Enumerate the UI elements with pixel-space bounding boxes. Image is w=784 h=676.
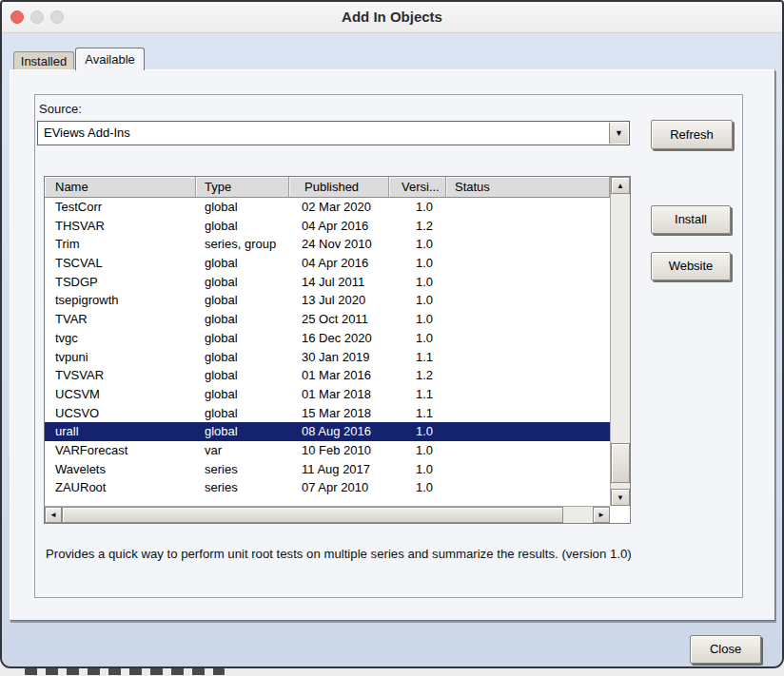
cell-published: 02 Mar 2020 [289,198,389,217]
scroll-up-icon[interactable]: ▲ [611,177,630,194]
table-row[interactable]: TSCVALglobal04 Apr 20161.0 [45,254,610,273]
table-row[interactable]: TVARglobal25 Oct 20111.0 [45,310,610,329]
column-header-published[interactable]: Published [289,177,389,198]
table-row[interactable]: tvgcglobal16 Dec 20201.0 [45,329,610,348]
cell-name: THSVAR [45,217,196,236]
cell-status [446,478,610,497]
source-label: Source: [39,102,82,116]
table-row[interactable]: Trimseries, group24 Nov 20101.0 [45,235,610,254]
cell-published: 25 Oct 2011 [289,310,389,329]
vertical-scrollbar[interactable]: ▲ ▼ [610,177,630,506]
cell-version: 1.0 [389,478,446,497]
source-dropdown[interactable]: EViews Add-Ins ▼ [37,121,630,145]
obscured-background-text [25,668,225,675]
cell-status [446,348,610,367]
cell-published: 08 Aug 2016 [289,422,389,441]
cell-type: global [196,291,289,310]
tab-available[interactable]: Available [75,48,145,70]
table-row[interactable]: tvpuniglobal30 Jan 20191.1 [45,348,610,367]
cell-version: 1.2 [389,217,446,236]
scroll-left-icon[interactable]: ◄ [45,507,62,523]
table-row[interactable]: TVSVARglobal01 Mar 20161.2 [45,366,610,385]
cell-published: 24 Nov 2010 [289,235,389,254]
horizontal-scrollbar[interactable]: ◄ ► [45,506,610,523]
scroll-down-icon[interactable]: ▼ [611,489,630,506]
cell-type: global [196,254,289,273]
scroll-right-icon[interactable]: ► [593,507,610,523]
cell-status [446,366,610,385]
cell-published: 11 Aug 2017 [289,460,389,479]
dialog-body: Installed Available Source: EViews Add-I… [2,33,782,666]
website-button[interactable]: Website [651,252,731,280]
table-row[interactable]: THSVARglobal04 Apr 20161.2 [45,217,610,236]
cell-name: UCSVM [45,385,196,404]
table-row[interactable]: ZAURootseries07 Apr 20101.0 [45,478,610,497]
table-row[interactable]: TSDGPglobal14 Jul 20111.0 [45,273,610,292]
cell-status [446,385,610,404]
tab-installed[interactable]: Installed [13,51,74,70]
cell-type: series [196,478,289,497]
cell-name: TSCVAL [45,254,196,273]
cell-name: UCSVO [45,404,196,423]
column-header-status[interactable]: Status [446,177,610,198]
table-row[interactable]: urallglobal08 Aug 20161.0 [45,422,610,441]
cell-type: global [196,366,289,385]
table-row[interactable]: VARForecastvar10 Feb 20101.0 [45,441,610,460]
cell-published: 30 Jan 2019 [289,348,389,367]
cell-name: Wavelets [45,460,196,479]
cell-type: series, group [196,235,289,254]
available-tab-page: Source: EViews Add-Ins ▼ Refresh NameTyp… [10,69,775,621]
cell-type: global [196,348,289,367]
table-body: TestCorrglobal02 Mar 20201.0THSVARglobal… [45,198,610,497]
cell-type: global [196,329,289,348]
cell-version: 1.0 [389,254,446,273]
table-row[interactable]: UCSVMglobal01 Mar 20181.1 [45,385,610,404]
cell-type: global [196,310,289,329]
cell-status [446,217,610,236]
cell-status [446,198,610,217]
column-header-versi[interactable]: Versi... [389,177,446,198]
column-header-type[interactable]: Type [196,177,289,198]
cell-version: 1.0 [389,235,446,254]
screen: Add In Objects Installed Available Sourc… [0,0,784,676]
cell-published: 01 Mar 2016 [289,366,389,385]
cell-version: 1.0 [389,310,446,329]
vertical-scroll-thumb[interactable] [611,443,630,483]
cell-type: global [196,385,289,404]
cell-name: TestCorr [45,198,196,217]
cell-status [446,310,610,329]
cell-status [446,404,610,423]
cell-version: 1.1 [389,404,446,423]
cell-type: global [196,198,289,217]
cell-version: 1.0 [389,329,446,348]
table-row[interactable]: UCSVOglobal15 Mar 20181.1 [45,404,610,423]
cell-published: 13 Jul 2020 [289,291,389,310]
cell-published: 04 Apr 2016 [289,217,389,236]
table-row[interactable]: Waveletsseries11 Aug 20171.0 [45,460,610,479]
cell-published: 04 Apr 2016 [289,254,389,273]
table-row[interactable]: TestCorrglobal02 Mar 20201.0 [45,198,610,217]
cell-published: 01 Mar 2018 [289,385,389,404]
title-bar[interactable]: Add In Objects [2,2,782,33]
cell-status [446,291,610,310]
cell-published: 16 Dec 2020 [289,329,389,348]
cell-type: global [196,404,289,423]
refresh-button[interactable]: Refresh [651,120,733,149]
cell-published: 14 Jul 2011 [289,273,389,292]
cell-type: global [196,273,289,292]
addin-description: Provides a quick way to perform unit roo… [46,547,716,561]
column-header-name[interactable]: Name [45,177,196,198]
cell-type: series [196,460,289,479]
cell-name: VARForecast [45,441,196,460]
close-button[interactable]: Close [690,635,761,664]
cell-version: 1.0 [389,460,446,479]
table-row[interactable]: tsepigrowthglobal13 Jul 20201.0 [45,291,610,310]
cell-published: 10 Feb 2010 [289,441,389,460]
cell-name: TVSVAR [45,366,196,385]
horizontal-scroll-thumb[interactable] [62,507,563,523]
install-button[interactable]: Install [651,205,731,234]
cell-type: global [196,422,289,441]
dropdown-arrow-icon[interactable]: ▼ [609,123,628,144]
cell-name: tvpuni [45,348,196,367]
add-ins-list[interactable]: NameTypePublishedVersi...Status TestCorr… [44,176,631,524]
